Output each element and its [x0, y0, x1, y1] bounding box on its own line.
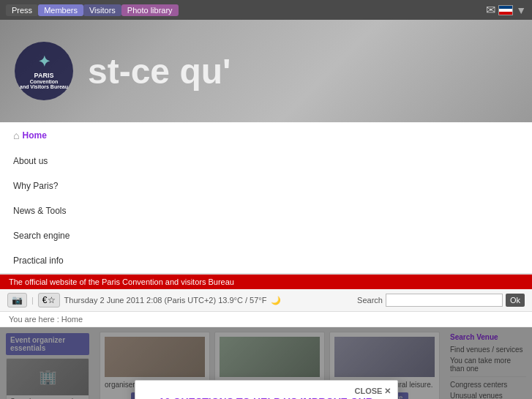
breadcrumb: You are here : Home — [0, 312, 532, 327]
modal-title: 10 QUESTIONS TO HELP US IMPROVE OUR SERV… — [153, 395, 380, 399]
nav-item-news[interactable]: News & Tools — [0, 198, 83, 223]
search-bar: 📷 | €☆ Thursday 2 June 2011 2:08 (Paris … — [0, 289, 532, 312]
nav-item-why[interactable]: Why Paris? — [0, 174, 83, 198]
tab-members[interactable]: Members — [38, 4, 83, 16]
nav-item-search[interactable]: Search engine — [0, 223, 83, 248]
modal-close-button[interactable]: CLOSE ✕ — [355, 387, 391, 396]
nav-item-home[interactable]: ⌂ Home — [0, 122, 83, 149]
camera-button[interactable]: 📷 — [7, 293, 27, 307]
main-nav-items: ⌂ HomeAbout usWhy Paris?News & ToolsSear… — [0, 122, 83, 273]
breadcrumb-text: You are here : Home — [9, 315, 83, 324]
search-label: Search — [357, 296, 383, 305]
search-ok-button[interactable]: Ok — [506, 294, 525, 307]
ticker-bar: The official website of the Paris Conven… — [0, 275, 532, 289]
home-icon: ⌂ — [13, 130, 19, 141]
content-area: Event organizer essentials 🏢Search venue… — [0, 327, 532, 399]
hero-banner: ✦ PARIS Conventionand Visitors Bureau st… — [0, 20, 532, 122]
currency-button[interactable]: €☆ — [38, 293, 60, 307]
top-nav-right: ✉ ▼ — [486, 3, 526, 17]
main-nav: ⌂ HomeAbout usWhy Paris?News & ToolsSear… — [0, 122, 532, 275]
ticker-text: The official website of the Paris Conven… — [9, 277, 234, 286]
date-area: 📷 | €☆ Thursday 2 June 2011 2:08 (Paris … — [7, 293, 281, 307]
nav-item-about[interactable]: About us — [0, 149, 83, 174]
main-search-input[interactable] — [386, 294, 503, 307]
modal-overlay[interactable]: CLOSE ✕ 10 QUESTIONS TO HELP US IMPROVE … — [0, 327, 532, 399]
tab-photo[interactable]: Photo library — [121, 4, 179, 16]
tab-visitors[interactable]: Visitors — [83, 4, 121, 16]
paris-logo: ✦ PARIS Conventionand Visitors Bureau — [15, 42, 73, 100]
nav-item-practical[interactable]: Practical info — [0, 248, 83, 273]
top-tabs: PressMembersVisitorsPhoto library — [6, 5, 179, 15]
tab-press[interactable]: Press — [6, 4, 38, 16]
modal: CLOSE ✕ 10 QUESTIONS TO HELP US IMPROVE … — [135, 380, 398, 399]
dropdown-icon[interactable]: ▼ — [516, 4, 526, 16]
top-nav: PressMembersVisitorsPhoto library ✉ ▼ — [0, 0, 532, 20]
search-right: Search Ok — [357, 294, 525, 307]
hero-text: st-ce qu' — [88, 51, 231, 92]
email-icon: ✉ — [486, 3, 495, 17]
flag-icon[interactable] — [498, 5, 513, 15]
weather-icon: 🌙 — [271, 296, 281, 305]
date-text: Thursday 2 June 2011 2:08 (Paris UTC+2) … — [64, 296, 267, 305]
